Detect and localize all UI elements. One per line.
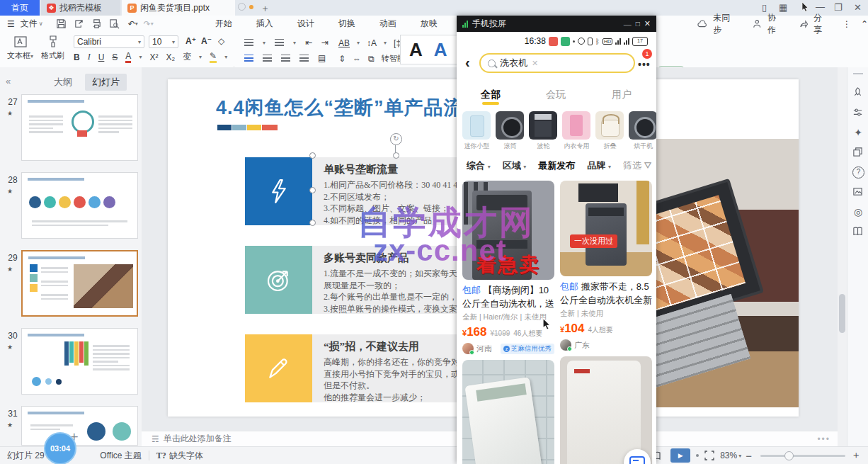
block2-icon-tile[interactable] [245,246,312,314]
tab-document[interactable]: P 闲鱼卖货项目.pptx [122,0,235,16]
clear-search-icon[interactable]: ✕ [532,59,538,68]
tab-slides[interactable]: 幻灯片 [85,74,127,91]
underline-button[interactable]: U [98,52,105,62]
result-tab-all[interactable]: 全部 [481,89,501,101]
numbered-list-icon[interactable] [275,39,284,47]
align-center-icon[interactable] [263,55,272,62]
italic-button[interactable]: I [88,52,91,62]
share-button[interactable]: 分享 [812,12,831,36]
selection-handle[interactable] [393,152,399,159]
product-image-3[interactable] [462,360,554,464]
filter-more[interactable]: 筛选 ⛛ [623,159,652,172]
increase-font-icon[interactable]: A⁺ [185,36,196,46]
undo-icon[interactable]: ↶ [128,19,135,29]
canvas-scrollbar[interactable] [838,67,847,446]
help-icon[interactable]: ? [852,166,864,179]
menu-animation[interactable]: 动画 [378,18,398,30]
slideshow-play-button[interactable]: ▶ [670,448,690,463]
highlight-button[interactable]: ✎ [210,51,217,63]
back-chevron-icon[interactable]: ‹ [465,55,470,71]
justify-icon[interactable] [299,55,309,62]
rocket-upgrade-icon[interactable] [852,87,864,98]
zoom-in-button[interactable]: ＋ [851,449,861,462]
filter-region[interactable]: 区域 ▾ [503,159,527,172]
book-search-icon[interactable] [852,226,864,237]
text-direction-icon[interactable]: AB [338,38,350,48]
export-icon[interactable] [74,18,84,29]
more-options-icon[interactable]: ••• [638,59,651,70]
cloud-sync-icon[interactable] [697,20,707,28]
product-card-2[interactable]: 一次没用过 包邮 搬家带不走，8.5公斤全自动洗衣机全新未拆 全新 | 未使用 … [560,181,652,464]
chip-folding[interactable]: 折叠 [595,111,624,151]
theme-name[interactable]: Office 主题 [100,450,141,462]
wordart-style-black[interactable]: A [409,39,423,61]
filter-newest[interactable]: 最新发布 [538,159,575,172]
block3-icon-tile[interactable] [245,334,312,402]
superscript-button[interactable]: X² [149,52,158,62]
phone-window-titlebar[interactable]: 手机投屏 — □ ✕ [457,16,656,32]
recording-timer-overlay[interactable]: 03:04 [44,432,76,464]
duplicate-shapes-icon[interactable] [852,147,864,158]
phone-close-icon[interactable]: ✕ [644,19,651,28]
zoom-caret-icon[interactable]: ▾ [738,453,741,459]
menu-design[interactable]: 设计 [296,18,316,30]
share-icon[interactable] [799,19,808,28]
align-right-icon[interactable] [281,55,290,62]
image-settings-icon[interactable] [852,186,864,198]
font-color-caret[interactable]: ▾ [139,54,142,60]
strip-handle[interactable] [853,73,863,74]
chip-underwear[interactable]: 内衣专用 [562,111,591,151]
chip-drum[interactable]: 滚筒 [496,111,525,151]
sync-status[interactable]: 未同步 [712,12,738,36]
phone-minimize-icon[interactable]: — [624,20,632,28]
column-spacing-icon[interactable]: ⇕ [338,54,346,64]
distribute-icon[interactable]: ▤ [318,53,326,63]
decrease-font-icon[interactable]: A⁻ [201,36,212,46]
thumbnail-slide-28[interactable] [21,172,138,239]
fit-window-icon[interactable] [704,451,714,460]
increase-indent-icon[interactable]: ⇥ [321,38,329,47]
save-icon[interactable] [56,18,67,29]
chip-mini[interactable]: 迷你小型 [462,111,491,151]
missing-font-label[interactable]: 缺失字体 [169,450,203,462]
align-left-icon[interactable] [244,55,253,62]
row-spacing-icon[interactable]: ⇔ [353,54,361,64]
thumbnail-slide-29-selected[interactable] [21,250,138,317]
print-preview-icon[interactable] [109,18,120,29]
selection-handle[interactable] [309,187,316,193]
close-button[interactable]: ✕ [854,2,862,13]
hamburger-icon[interactable]: ☰ [7,19,15,29]
filter-brand[interactable]: 品牌 ▾ [587,159,611,172]
block1-icon-tile[interactable] [245,157,312,225]
format-painter-tool[interactable]: 格式刷 [41,35,64,61]
collapse-ribbon-icon[interactable]: ⌃ [861,19,868,29]
result-tab-play[interactable]: 会玩 [546,89,566,101]
selection-handle[interactable] [309,220,316,226]
settings-slider-icon[interactable] [852,107,864,118]
print-icon[interactable] [91,18,102,29]
new-tab-button[interactable]: ＋ [261,2,270,15]
bold-button[interactable]: B [74,52,80,62]
strikethrough-button[interactable]: S [112,52,118,62]
font-color-button[interactable]: A [125,51,131,63]
notes-placeholder[interactable]: 单击此处添加备注 [164,433,232,445]
font-name-select[interactable]: Calibri▾ [74,35,144,48]
collaborate-icon[interactable] [753,19,761,28]
seller-row-2[interactable]: 广东 [560,339,652,351]
thumbnail-slide-30[interactable] [21,328,138,395]
restore-button[interactable]: ❐ [834,2,843,13]
product-image-2[interactable]: 一次没用过 [560,181,652,276]
wordart-style-blue[interactable]: A [434,39,447,61]
thumbnail-slide-27[interactable] [21,94,138,161]
seller-row-1[interactable]: 河南 z芝麻信用优秀 [462,343,554,354]
decrease-indent-icon[interactable]: ⇤ [305,38,312,47]
compass-icon[interactable]: ◎ [852,206,864,217]
more-menu-icon[interactable]: ⋮ [843,19,851,29]
bullet-list-icon[interactable] [244,39,253,47]
product-image-4[interactable] [560,356,652,464]
notes-more-icon[interactable]: ••• [817,434,830,444]
zoom-percent[interactable]: 83% [720,451,737,460]
menu-home[interactable]: 开始 [214,18,234,30]
zoom-out-button[interactable]: − [746,450,752,462]
minimize-button[interactable]: — [816,1,825,12]
